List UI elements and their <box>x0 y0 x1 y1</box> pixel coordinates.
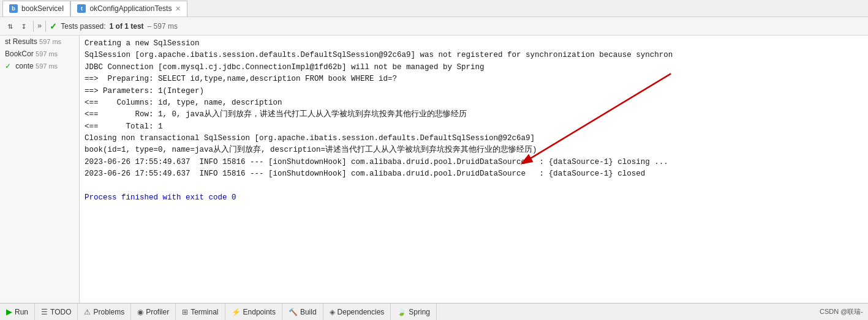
run-icon: ▶ <box>6 307 12 316</box>
profiler-label: Profiler <box>146 308 169 316</box>
log-line-6: <== Columns: id, type, name, description <box>85 97 863 109</box>
run-label: Run <box>15 308 28 316</box>
problems-label: Problems <box>93 308 124 316</box>
log-line-1: Creating a new SqlSession <box>85 38 863 50</box>
left-panel-conte[interactable]: ✓ conte 597 ms <box>0 60 79 72</box>
bottom-todo[interactable]: ☰ TODO <box>35 303 78 320</box>
check-icon-conte: ✓ <box>5 62 11 70</box>
endpoints-icon: ⚡ <box>232 308 241 316</box>
profiler-icon: ◉ <box>137 308 143 316</box>
todo-icon: ☰ <box>41 308 48 316</box>
toolbar-divider2 <box>45 21 46 32</box>
conte-time: 597 ms <box>36 62 58 70</box>
log-line-14: Process finished with exit code 0 <box>85 192 863 204</box>
toolbar-divider <box>33 21 34 32</box>
toolbar-more-button[interactable]: » <box>37 22 42 31</box>
main-content: st Results 597 ms BookCor 597 ms ✓ conte… <box>0 35 868 303</box>
tab-close-apptests[interactable]: ✕ <box>175 5 181 13</box>
bottom-right-label: CSDN @联瑞- <box>820 307 868 316</box>
log-line-7: <== Row: 1, 0, java从入门到放弃，讲述当代打工人从入学被坑到弃… <box>85 109 863 121</box>
results-time: 597 ms <box>39 38 61 45</box>
tests-passed-indicator: ✓ Tests passed: 1 of 1 test – 597 ms <box>50 21 178 31</box>
log-line-12: 2023-06-26 17:55:49.637 INFO 15816 --- [… <box>85 168 863 180</box>
left-panel-bookcor[interactable]: BookCor 597 ms <box>0 48 79 60</box>
sort-desc-button[interactable]: ↧ <box>18 21 29 32</box>
terminal-label: Terminal <box>191 308 218 316</box>
problems-icon: ⚠ <box>84 308 91 316</box>
bookcor-time: 597 ms <box>36 50 58 58</box>
log-line-13 <box>85 180 863 192</box>
bottom-build[interactable]: 🔨 Build <box>282 303 323 320</box>
bottom-profiler[interactable]: ◉ Profiler <box>131 303 176 320</box>
bottom-run[interactable]: ▶ Run <box>0 303 35 320</box>
log-line-2: SqlSession [org.apache.ibatis.session.de… <box>85 50 863 61</box>
endpoints-label: Endpoints <box>243 308 276 316</box>
left-panel-results[interactable]: st Results 597 ms <box>0 35 79 48</box>
left-panel: st Results 597 ms BookCor 597 ms ✓ conte… <box>0 35 80 303</box>
bookcor-label: BookCor <box>5 50 34 58</box>
tests-time: – 597 ms <box>148 22 178 31</box>
dependencies-icon: ◈ <box>330 308 335 316</box>
results-label: st Results <box>5 37 37 46</box>
todo-label: TODO <box>50 308 71 316</box>
bottom-bar: ▶ Run ☰ TODO ⚠ Problems ◉ Profiler ⊞ Ter… <box>0 303 868 320</box>
tests-count: 1 of 1 test <box>110 22 144 31</box>
bottom-problems[interactable]: ⚠ Problems <box>78 303 131 320</box>
tab-label-apptests: okConfigApplicationTests <box>89 4 172 13</box>
log-line-8: <== Total: 1 <box>85 121 863 133</box>
toolbar: ⇅ ↧ » ✓ Tests passed: 1 of 1 test – 597 … <box>0 17 868 35</box>
tab-icon-apptests: t <box>77 4 86 13</box>
log-line-5: ==> Parameters: 1(Integer) <box>85 86 863 97</box>
tab-bar: b bookServiceI t okConfigApplicationTest… <box>0 0 868 17</box>
build-label: Build <box>300 308 317 316</box>
spring-icon: 🍃 <box>397 308 406 316</box>
log-line-4: ==> Preparing: SELECT id,type,name,descr… <box>85 73 863 85</box>
conte-label: conte <box>15 62 33 70</box>
spring-label: Spring <box>409 308 430 316</box>
bottom-terminal[interactable]: ⊞ Terminal <box>176 303 225 320</box>
bottom-endpoints[interactable]: ⚡ Endpoints <box>225 303 282 320</box>
bottom-dependencies[interactable]: ◈ Dependencies <box>323 303 391 320</box>
bottom-spring[interactable]: 🍃 Spring <box>391 303 437 320</box>
build-icon: 🔨 <box>289 308 298 316</box>
tab-bookservice[interactable]: b bookServiceI <box>2 1 70 17</box>
log-line-3: JDBC Connection [com.mysql.cj.jdbc.Conne… <box>85 62 863 73</box>
tab-label-bookservice: bookServiceI <box>21 4 64 13</box>
dependencies-label: Dependencies <box>338 308 385 316</box>
log-line-10: book(id=1, type=0, name=java从入门到放弃, desc… <box>85 144 863 156</box>
terminal-icon: ⊞ <box>182 308 188 316</box>
tab-apptests[interactable]: t okConfigApplicationTests ✕ <box>70 1 187 17</box>
sort-asc-button[interactable]: ⇅ <box>5 21 16 32</box>
tests-label: Tests passed: <box>61 22 105 31</box>
tab-icon-bookservice: b <box>9 4 18 13</box>
log-line-11: 2023-06-26 17:55:49.637 INFO 15816 --- [… <box>85 157 863 168</box>
check-icon: ✓ <box>50 21 57 31</box>
log-line-9: Closing non transactional SqlSession [or… <box>85 133 863 144</box>
log-panel[interactable]: Creating a new SqlSession SqlSession [or… <box>80 35 868 303</box>
